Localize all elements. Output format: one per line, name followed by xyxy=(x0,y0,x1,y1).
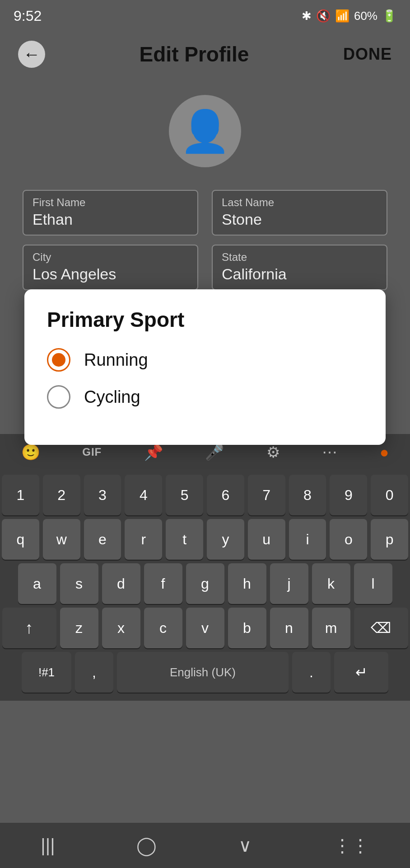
keyboard: 1 2 3 4 5 6 7 8 9 0 q w e r t y u i o p … xyxy=(0,470,410,701)
bluetooth-icon: ✱ xyxy=(302,9,312,23)
zxcv-row: ↑ z x c v b n m ⌫ xyxy=(2,608,408,648)
cycling-option[interactable]: Cycling xyxy=(47,385,363,409)
nav-grid-button[interactable]: ⋮⋮ xyxy=(333,835,369,856)
key-2[interactable]: 2 xyxy=(43,475,80,515)
period-key[interactable]: . xyxy=(292,652,331,693)
cycling-label: Cycling xyxy=(84,387,140,407)
key-7[interactable]: 7 xyxy=(248,475,285,515)
back-arrow-icon: ← xyxy=(23,46,40,63)
key-m[interactable]: m xyxy=(312,608,350,648)
battery-icon: 🔋 xyxy=(382,9,396,23)
enter-key[interactable]: ↵ xyxy=(334,652,388,693)
key-w[interactable]: w xyxy=(43,519,80,560)
mic-icon[interactable]: 🎤 xyxy=(205,443,224,461)
cycling-radio-outer[interactable] xyxy=(47,385,70,409)
sticker-icon[interactable]: 📌 xyxy=(144,443,163,461)
space-key[interactable]: English (UK) xyxy=(117,652,289,693)
key-u[interactable]: u xyxy=(248,519,285,560)
key-g[interactable]: g xyxy=(186,563,224,604)
avatar-section: 👤 xyxy=(0,77,410,181)
state-label: State xyxy=(222,251,377,264)
avatar[interactable]: 👤 xyxy=(169,95,241,167)
first-name-label: First Name xyxy=(33,196,188,209)
key-4[interactable]: 4 xyxy=(125,475,162,515)
done-button[interactable]: DONE xyxy=(343,45,392,64)
nav-down-button[interactable]: ∨ xyxy=(238,835,252,856)
key-a[interactable]: a xyxy=(18,563,56,604)
more-icon[interactable]: ⋯ xyxy=(322,443,337,461)
key-k[interactable]: k xyxy=(312,563,350,604)
key-0[interactable]: 0 xyxy=(371,475,408,515)
nav-back-button[interactable]: ||| xyxy=(41,835,55,856)
comma-key[interactable]: , xyxy=(75,652,113,693)
page-title: Edit Profile xyxy=(140,42,249,66)
key-r[interactable]: r xyxy=(125,519,162,560)
name-row: First Name Ethan Last Name Stone xyxy=(23,190,387,236)
key-v[interactable]: v xyxy=(186,608,224,648)
first-name-field[interactable]: First Name Ethan xyxy=(23,190,198,236)
last-name-field[interactable]: Last Name Stone xyxy=(212,190,387,236)
qwerty-row: q w e r t y u i o p xyxy=(2,519,408,560)
number-row: 1 2 3 4 5 6 7 8 9 0 xyxy=(2,475,408,515)
asdf-row: a s d f g h j k l xyxy=(2,563,408,604)
bottom-row: !#1 , English (UK) . ↵ xyxy=(2,652,408,693)
key-1[interactable]: 1 xyxy=(2,475,39,515)
state-field[interactable]: State California xyxy=(212,245,387,290)
orange-dot: ● xyxy=(380,443,389,461)
back-button[interactable]: ← xyxy=(18,41,45,68)
key-b[interactable]: b xyxy=(228,608,266,648)
key-e[interactable]: e xyxy=(84,519,121,560)
form-section: First Name Ethan Last Name Stone City Lo… xyxy=(0,181,410,299)
key-i[interactable]: i xyxy=(289,519,326,560)
status-bar: 9:52 ✱ 🔇 📶 60% 🔋 xyxy=(0,0,410,32)
running-radio-outer[interactable] xyxy=(47,348,70,372)
key-z[interactable]: z xyxy=(60,608,98,648)
city-value: Los Angeles xyxy=(33,265,116,283)
key-9[interactable]: 9 xyxy=(330,475,367,515)
key-q[interactable]: q xyxy=(2,519,39,560)
status-time: 9:52 xyxy=(14,8,42,24)
key-d[interactable]: d xyxy=(102,563,140,604)
key-8[interactable]: 8 xyxy=(289,475,326,515)
key-n[interactable]: n xyxy=(270,608,308,648)
location-row: City Los Angeles State California xyxy=(23,245,387,290)
key-c[interactable]: c xyxy=(144,608,182,648)
key-o[interactable]: o xyxy=(330,519,367,560)
battery-status: 60% xyxy=(354,9,377,23)
symbols-key[interactable]: !#1 xyxy=(22,652,71,693)
nav-bar: ||| ◯ ∨ ⋮⋮ xyxy=(0,823,410,868)
city-label: City xyxy=(33,251,188,264)
last-name-value: Stone xyxy=(222,211,262,228)
last-name-label: Last Name xyxy=(222,196,377,209)
key-5[interactable]: 5 xyxy=(166,475,203,515)
key-j[interactable]: j xyxy=(270,563,308,604)
shift-key[interactable]: ↑ xyxy=(2,608,56,648)
key-f[interactable]: f xyxy=(144,563,182,604)
key-y[interactable]: y xyxy=(207,519,244,560)
avatar-icon: 👤 xyxy=(180,108,230,155)
dialog-title: Primary Sport xyxy=(47,307,363,332)
key-l[interactable]: l xyxy=(354,563,392,604)
key-p[interactable]: p xyxy=(371,519,408,560)
backspace-key[interactable]: ⌫ xyxy=(354,608,408,648)
volume-icon: 🔇 xyxy=(316,9,331,23)
key-s[interactable]: s xyxy=(60,563,98,604)
status-icons: ✱ 🔇 📶 60% 🔋 xyxy=(302,9,396,23)
key-x[interactable]: x xyxy=(102,608,140,648)
gif-button[interactable]: GIF xyxy=(82,446,102,458)
city-field[interactable]: City Los Angeles xyxy=(23,245,198,290)
key-3[interactable]: 3 xyxy=(84,475,121,515)
running-option[interactable]: Running xyxy=(47,348,363,372)
key-t[interactable]: t xyxy=(166,519,203,560)
wifi-icon: 📶 xyxy=(335,9,349,23)
key-6[interactable]: 6 xyxy=(207,475,244,515)
top-bar: ← Edit Profile DONE xyxy=(0,32,410,77)
first-name-value: Ethan xyxy=(33,211,73,228)
settings-icon[interactable]: ⚙ xyxy=(266,443,280,461)
running-label: Running xyxy=(84,350,148,370)
key-h[interactable]: h xyxy=(228,563,266,604)
state-value: California xyxy=(222,265,287,283)
primary-sport-dialog: Primary Sport Running Cycling xyxy=(24,289,386,445)
emoji-icon[interactable]: 🙂 xyxy=(21,443,40,461)
nav-home-button[interactable]: ◯ xyxy=(136,835,157,856)
